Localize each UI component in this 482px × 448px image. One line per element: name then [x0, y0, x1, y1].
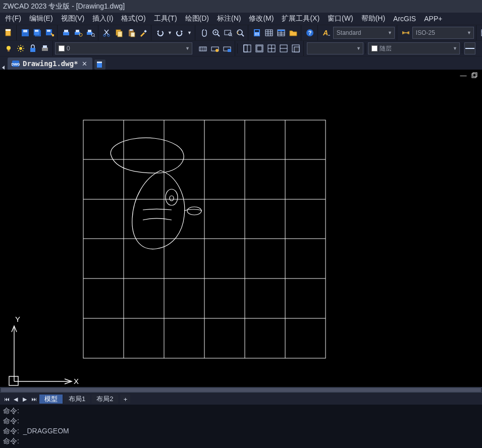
layout-tab-1[interactable]: 布局1: [64, 395, 90, 404]
new-tab-button[interactable]: [94, 60, 105, 70]
viewport4-button[interactable]: [278, 43, 289, 54]
close-tab-icon[interactable]: ✕: [81, 60, 88, 67]
svg-point-44: [7, 46, 11, 50]
svg-rect-32: [256, 33, 257, 34]
horizontal-scrollbar[interactable]: [1, 388, 481, 392]
toolbar-layer: 0 ▼ ▼ 随层 ▼: [0, 41, 482, 57]
viewport2-button[interactable]: [254, 43, 265, 54]
chevron-down-icon: ▼: [388, 30, 392, 35]
command-history-line: 命令:: [3, 406, 479, 416]
redo-button[interactable]: [174, 27, 185, 38]
properties-button[interactable]: [276, 27, 287, 38]
svg-rect-10: [64, 30, 68, 32]
layout-next-icon[interactable]: ▶: [20, 395, 29, 404]
pan-button[interactable]: [198, 27, 209, 38]
undo-dropdown-icon[interactable]: ▼: [167, 30, 173, 35]
textstyle-icon[interactable]: A: [321, 27, 332, 38]
save-button[interactable]: [20, 27, 31, 38]
menu-file[interactable]: 件(F): [1, 13, 25, 24]
file-tab-active[interactable]: DWG Drawing1.dwg* ✕: [8, 58, 92, 70]
paste-button[interactable]: [126, 27, 137, 38]
dimstyle-dropdown[interactable]: ISO-25 ▼: [412, 27, 474, 39]
menu-dim[interactable]: 标注(N): [213, 13, 245, 24]
printpreview-button[interactable]: [85, 27, 96, 38]
svg-rect-26: [225, 30, 231, 35]
menu-appplus[interactable]: APP+: [420, 14, 446, 24]
tab-list-icon[interactable]: [2, 66, 5, 70]
svg-rect-24: [144, 30, 147, 33]
svg-rect-47: [42, 47, 48, 51]
saveall-button[interactable]: [32, 27, 43, 38]
command-prompt-line: 命令:: [3, 436, 479, 446]
linetype-dropdown[interactable]: [464, 42, 475, 54]
menu-help[interactable]: 帮助(H): [357, 13, 389, 24]
menu-draw[interactable]: 绘图(D): [181, 13, 213, 24]
svg-rect-1: [6, 29, 11, 31]
chevron-down-icon: ▼: [453, 46, 457, 51]
matchprop-button[interactable]: [138, 27, 149, 38]
menu-tools[interactable]: 工具(T): [150, 13, 181, 24]
cut-button[interactable]: [101, 27, 113, 38]
svg-rect-48: [43, 45, 47, 48]
layout-tab-2[interactable]: 布局2: [91, 395, 118, 404]
menu-arcgis[interactable]: ArcGIS: [389, 14, 420, 24]
dimstyle-icon[interactable]: [400, 27, 411, 38]
lock-icon[interactable]: [27, 43, 38, 54]
layerstate3-button[interactable]: [222, 43, 233, 54]
command-area[interactable]: 命令: 命令: 命令: _DRAGGEOM 命令:: [0, 405, 482, 448]
zoom-previous-button[interactable]: [235, 27, 246, 38]
menu-edit[interactable]: 编辑(E): [25, 13, 57, 24]
redo-dropdown-icon[interactable]: ▼: [186, 30, 193, 35]
layout-tab-model[interactable]: 模型: [39, 395, 63, 404]
sun-icon[interactable]: [15, 43, 26, 54]
menu-modify[interactable]: 修改(M): [245, 13, 278, 24]
svg-rect-85: [9, 376, 18, 385]
calc-button[interactable]: [251, 27, 262, 38]
layout-last-icon[interactable]: ⏭: [29, 395, 38, 404]
menu-format[interactable]: 格式(O): [117, 13, 149, 24]
color-dropdown[interactable]: 随层 ▼: [368, 42, 460, 54]
viewport5-button[interactable]: [290, 43, 301, 54]
print-button[interactable]: [61, 27, 72, 38]
layerprint-icon[interactable]: [39, 43, 50, 54]
layout-first-icon[interactable]: ⏮: [2, 395, 11, 404]
menu-window[interactable]: 窗口(W): [324, 13, 357, 24]
undo-button[interactable]: [154, 27, 166, 38]
svg-rect-9: [63, 32, 69, 35]
svg-text:?: ?: [308, 30, 311, 36]
textstyle-value: Standard: [337, 29, 361, 36]
color-value: 随层: [380, 44, 392, 53]
table-button[interactable]: [263, 27, 275, 38]
layout-add-button[interactable]: +: [120, 395, 130, 404]
app-title: ZWCAD 2023 专业版 - [Drawing1.dwg]: [3, 2, 125, 10]
layer-value: 0: [67, 45, 70, 52]
help-button[interactable]: ?: [304, 27, 315, 38]
layerstate1-button[interactable]: [197, 43, 208, 54]
zoom-realtime-button[interactable]: [210, 27, 222, 38]
svg-rect-20: [118, 31, 122, 37]
layerstate2-button[interactable]: [209, 43, 221, 54]
zoom-window-button[interactable]: [223, 27, 234, 38]
copy-button[interactable]: [114, 27, 125, 38]
menu-insert[interactable]: 插入(I): [88, 13, 117, 24]
textstyle-dropdown[interactable]: Standard ▼: [333, 27, 395, 39]
saveas-button[interactable]: [44, 27, 55, 38]
svg-point-81: [170, 196, 174, 201]
menu-view[interactable]: 视图(V): [57, 13, 89, 24]
quickprint-button[interactable]: [73, 27, 84, 38]
viewport3-button[interactable]: [266, 43, 277, 54]
open-folder-button[interactable]: [288, 27, 299, 38]
svg-rect-37: [265, 30, 273, 36]
viewport-scale-dropdown[interactable]: ▼: [307, 42, 363, 54]
new-button[interactable]: [3, 27, 14, 38]
menu-express[interactable]: 扩展工具(X): [278, 13, 324, 24]
layer-dropdown[interactable]: 0 ▼: [55, 42, 192, 54]
viewport1-button[interactable]: [242, 43, 253, 54]
svg-rect-36: [258, 34, 259, 35]
svg-point-80: [166, 189, 178, 205]
drawing-canvas[interactable]: —: [0, 70, 482, 387]
tablestyle-icon[interactable]: [479, 27, 482, 38]
light-icon[interactable]: [3, 43, 14, 54]
command-history-line: 命令:: [3, 416, 479, 426]
layout-prev-icon[interactable]: ◀: [11, 395, 20, 404]
